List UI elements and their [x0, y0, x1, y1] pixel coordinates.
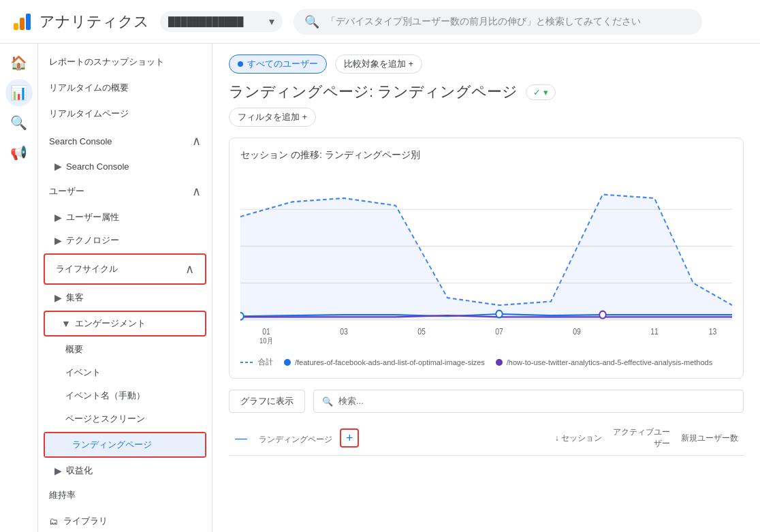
legend-total: 合計: [240, 357, 273, 367]
legend-total-label: 合計: [258, 357, 273, 367]
all-users-chip[interactable]: すべてのユーザー: [229, 54, 327, 74]
add-dimension-button[interactable]: +: [340, 428, 359, 448]
content-area: すべてのユーザー 比較対象を追加 + ランディングページ: ランディングページ …: [212, 44, 760, 532]
col-sessions-label: ↓ セッション: [555, 433, 602, 443]
sidebar-item-retention[interactable]: 維持率: [38, 482, 212, 508]
svg-rect-0: [14, 23, 18, 30]
svg-text:13: 13: [709, 328, 717, 337]
chevron-up-icon: ∧: [192, 134, 201, 148]
sidebar-sub-event-manual[interactable]: イベント名（手動）: [38, 384, 212, 407]
sidebar-item-search-console[interactable]: ▶ Search Console: [38, 155, 212, 177]
svg-point-21: [496, 359, 503, 366]
col-active-users-label: アクティブユーザー: [613, 427, 670, 448]
sidebar-item-technology-label: テクノロジー: [66, 234, 119, 247]
lifecycle-section-highlight: ライフサイクル ∧: [44, 253, 206, 285]
sidebar-section-search-console[interactable]: Search Console ∧: [38, 127, 212, 155]
filter-chip-label: すべてのユーザー: [247, 58, 318, 70]
chart-title: セッション の推移: ランディングページ別: [240, 149, 732, 161]
app-name: アナリティクス: [39, 12, 149, 32]
svg-text:01: 01: [262, 328, 270, 337]
legend-twitter-dot: [496, 359, 503, 366]
search-icon2: 🔍: [322, 396, 333, 407]
sidebar-item-engagement-label: エンゲージメント: [75, 317, 146, 330]
sidebar-sub-page-screen[interactable]: ページとスクリーン: [38, 407, 212, 431]
sidebar-section-label-text: Search Console: [49, 136, 112, 146]
add-filter-label: フィルタを追加 +: [238, 111, 307, 123]
nav-home-icon[interactable]: 🏠: [5, 49, 33, 76]
chart-container: セッション の推移: ランディングページ別: [229, 138, 744, 379]
sidebar-item-revenue[interactable]: ▶ 収益化: [38, 459, 212, 482]
search-placeholder-text: 検索...: [338, 395, 364, 407]
page-status-badge[interactable]: ✓ ▾: [526, 84, 556, 100]
sidebar-item-user-attr[interactable]: ▶ ユーザー属性: [38, 206, 212, 229]
table-search-box[interactable]: 🔍 検索...: [313, 390, 744, 413]
sessions-chart: 01 03 05 07 09 11 13 10月: [240, 172, 732, 349]
expand-icon2: ▶: [54, 212, 62, 223]
search-bar[interactable]: 🔍 「デバイスタイプ別ユーザー数の前月比の伸び」と検索してみてください: [294, 9, 702, 35]
sidebar-section-user[interactable]: ユーザー ∧: [38, 177, 212, 206]
nav-explore-icon[interactable]: 🔍: [5, 109, 33, 136]
page-title: ランディングページ: ランディングページ: [229, 82, 518, 102]
sidebar-section-library[interactable]: 🗂 ライブラリ: [38, 508, 212, 532]
account-selector[interactable]: ████████████ ▾: [160, 11, 283, 32]
search-icon: 🔍: [304, 14, 319, 29]
sidebar-sub-overview[interactable]: 概要: [38, 338, 212, 361]
expand-icon: ▶: [54, 161, 62, 172]
sidebar-item-revenue-label: 収益化: [66, 465, 93, 477]
sidebar-item-realtime-overview[interactable]: リアルタイムの概要: [38, 75, 212, 101]
expand-icon4: ▶: [54, 292, 62, 303]
sidebar-section-lifecycle[interactable]: ライフサイクル ∧: [45, 255, 205, 283]
svg-text:10月: 10月: [259, 337, 273, 345]
expand-down-icon: ▼: [61, 318, 71, 329]
sidebar-item-snapshot[interactable]: レポートのスナップショット: [38, 49, 212, 75]
nav-advertising-icon[interactable]: 📢: [5, 139, 33, 166]
sidebar-item-technology[interactable]: ▶ テクノロジー: [38, 229, 212, 252]
minus-icon: —: [235, 431, 247, 445]
nav-reports-icon[interactable]: 📊: [5, 79, 33, 106]
filter-bar: すべてのユーザー 比較対象を追加 +: [229, 54, 744, 74]
search-placeholder: 「デバイスタイプ別ユーザー数の前月比の伸び」と検索してみてください: [326, 16, 641, 28]
sidebar-item-realtime-page[interactable]: リアルタイムページ: [38, 101, 212, 127]
svg-text:07: 07: [495, 328, 503, 337]
chevron-down-icon: ▾: [543, 87, 548, 97]
legend-twitter: /how-to-use-twitter-analytics-and-5-effe…: [496, 358, 712, 366]
add-compare-button[interactable]: 比較対象を追加 +: [335, 54, 422, 74]
table-col-active-users[interactable]: アクティブユーザー: [607, 426, 676, 450]
svg-rect-1: [20, 18, 25, 30]
expand-icon3: ▶: [54, 235, 62, 246]
topbar: アナリティクス ████████████ ▾ 🔍 「デバイスタイプ別ユーザー数の…: [0, 0, 760, 44]
add-filter-button[interactable]: フィルタを追加 +: [229, 108, 316, 127]
chevron-up-icon2: ∧: [192, 184, 201, 199]
nav-icons: 🏠 📊 🔍 📢: [0, 44, 38, 532]
svg-point-8: [240, 313, 244, 320]
svg-text:05: 05: [417, 328, 426, 337]
svg-point-20: [284, 359, 291, 366]
table-col-sessions[interactable]: ↓ セッション: [539, 433, 607, 444]
svg-text:03: 03: [340, 328, 348, 337]
account-name: ████████████: [168, 16, 265, 27]
sidebar-sub-event[interactable]: イベント: [38, 361, 212, 384]
sidebar-section-lifecycle-label: ライフサイクル: [56, 263, 118, 275]
main-layout: 🏠 📊 🔍 📢 レポートのスナップショット リアルタイムの概要 リアルタイムペー…: [0, 44, 760, 532]
chip-dot: [238, 61, 243, 67]
sidebar-item-engagement[interactable]: ▼ エンゲージメント: [45, 312, 205, 335]
col-landing-label: ランディングページ: [259, 435, 332, 444]
svg-point-10: [599, 311, 606, 319]
sidebar-section-user-label: ユーザー: [49, 185, 84, 198]
account-chevron-icon: ▾: [269, 15, 274, 28]
table-col-landing: ランディングページ +: [253, 428, 539, 448]
sidebar-item-user-attr-label: ユーザー属性: [66, 211, 119, 223]
table-col-new-users[interactable]: 新規ユーザー数: [676, 433, 744, 444]
landing-page-highlight: ランディングページ: [44, 432, 206, 458]
table-minus-btn[interactable]: —: [229, 431, 253, 445]
sidebar-sub-landing-page[interactable]: ランディングページ: [45, 433, 205, 456]
sidebar-item-acquisition[interactable]: ▶ 集客: [38, 286, 212, 309]
legend-facebook-label: /features-of-facebook-ads-and-list-of-op…: [295, 358, 485, 366]
svg-text:11: 11: [650, 328, 659, 337]
show-graph-button[interactable]: グラフに表示: [229, 390, 305, 413]
svg-rect-2: [26, 14, 31, 30]
page-title-area: ランディングページ: ランディングページ ✓ ▾: [229, 82, 744, 102]
engagement-section-highlight: ▼ エンゲージメント: [44, 311, 206, 337]
legend-twitter-label: /how-to-use-twitter-analytics-and-5-effe…: [507, 358, 712, 366]
sidebar-library-icon: 🗂: [49, 516, 58, 527]
